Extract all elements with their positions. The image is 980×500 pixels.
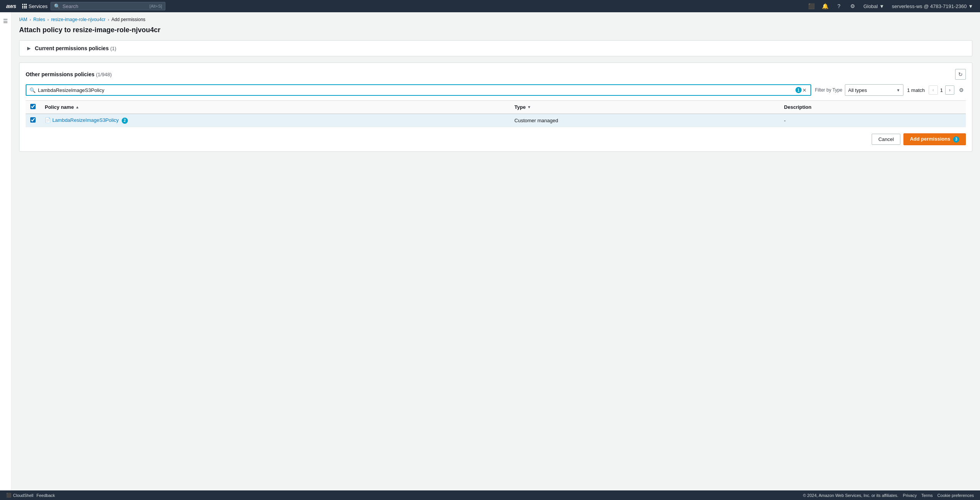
add-permissions-badge: 3 [953, 136, 959, 143]
other-permissions-header: Other permissions policies (1/948) ↻ [26, 69, 966, 80]
chevron-down-icon: ▼ [968, 3, 973, 9]
help-icon: ? [837, 3, 840, 9]
other-permissions-panel: Other permissions policies (1/948) ↻ 🔍 1… [19, 62, 972, 152]
app-layout: ☰ IAM › Roles › resize-image-role-njvou4… [0, 12, 980, 490]
footer-terms-link[interactable]: Terms [921, 493, 933, 498]
settings-btn[interactable]: ⚙ [846, 0, 859, 12]
region-selector[interactable]: Global ▼ [859, 0, 888, 12]
account-label: serverless-ws @ 4783-7191-2360 [892, 3, 967, 9]
select-all-checkbox[interactable] [30, 104, 36, 109]
search-clear-button[interactable]: ✕ [802, 87, 807, 94]
top-navigation: aws Services 🔍 [Alt+S] ⬛ 🔔 ? ⚙ Global ▼ [0, 0, 980, 12]
policy-name-link[interactable]: LambdaResizeImageS3Policy [52, 117, 119, 123]
settings-icon: ⚙ [850, 3, 855, 9]
pagination-prev-button[interactable]: ‹ [929, 85, 938, 95]
global-search-input[interactable] [62, 3, 139, 9]
page-title: Attach policy to resize-image-role-njvou… [19, 26, 972, 34]
grid-icon [22, 4, 27, 8]
table-body: 📄 LambdaResizeImageS3Policy 2 Customer m… [26, 114, 966, 127]
pagination-next-button[interactable]: › [945, 85, 954, 95]
breadcrumb-sep-3: › [108, 17, 109, 22]
th-policy-name-label: Policy name [45, 104, 74, 110]
td-type: Customer managed [510, 114, 779, 127]
footer-left: ⬛ CloudShell Feedback [6, 493, 55, 498]
cloudshell-footer-btn[interactable]: ⬛ CloudShell [6, 493, 33, 498]
other-permissions-count: (1/948) [96, 72, 112, 77]
help-btn[interactable]: ? [832, 0, 846, 12]
main-content: IAM › Roles › resize-image-role-njvou4cr… [11, 12, 980, 490]
th-policy-name-sort: Policy name ▲ [45, 104, 505, 110]
region-label: Global [863, 3, 878, 9]
feedback-link[interactable]: Feedback [36, 493, 55, 498]
breadcrumb-sep-2: › [47, 17, 49, 22]
services-menu[interactable]: Services [19, 0, 51, 12]
th-checkbox [26, 101, 40, 114]
th-type[interactable]: Type ▼ [510, 101, 779, 114]
footer-right: © 2024, Amazon Web Services, Inc. or its… [803, 493, 974, 498]
bell-icon: 🔔 [822, 3, 828, 9]
policy-search-wrapper: 🔍 1 ✕ [26, 84, 811, 96]
action-row: Cancel Add permissions 3 [26, 133, 966, 145]
search-icon: 🔍 [54, 3, 60, 9]
sort-asc-icon: ▲ [75, 105, 79, 109]
filter-by-type-label: Filter by Type [815, 87, 843, 93]
add-permissions-button[interactable]: Add permissions 3 [903, 133, 966, 145]
match-count: 1 match [907, 87, 925, 93]
policy-search-input[interactable] [38, 87, 794, 93]
row-checkbox[interactable] [30, 117, 36, 123]
cloudshell-icon-btn[interactable]: ⬛ [804, 0, 818, 12]
td-checkbox [26, 114, 40, 127]
filter-row: 🔍 1 ✕ Filter by Type All types AWS manag… [26, 84, 966, 96]
footer-cookie-link[interactable]: Cookie preferences [938, 493, 974, 498]
filter-by-type-group: Filter by Type All types AWS managed Cus… [815, 84, 903, 96]
policy-description-value: - [784, 118, 786, 123]
global-search-bar[interactable]: 🔍 [Alt+S] [51, 2, 165, 10]
current-permissions-header[interactable]: ▶ Current permissions policies (1) [20, 41, 972, 56]
add-permissions-label: Add permissions [910, 136, 950, 142]
row-step-badge: 2 [122, 118, 128, 124]
cloudshell-icon: ⬛ [808, 3, 815, 9]
pagination-settings-button[interactable]: ⚙ [957, 85, 966, 95]
refresh-button[interactable]: ↻ [955, 69, 966, 80]
aws-logo-text: aws [6, 3, 16, 9]
td-description: - [779, 114, 966, 127]
sidebar-toggle[interactable]: ☰ [0, 15, 11, 27]
breadcrumb-sep-1: › [29, 17, 31, 22]
cloudshell-icon: ⬛ [6, 493, 11, 498]
th-policy-name[interactable]: Policy name ▲ [40, 101, 510, 114]
filter-select-wrapper: All types AWS managed Customer managed J… [845, 84, 903, 96]
table-header-row: Policy name ▲ Type ▼ Description [26, 101, 966, 114]
search-step-badge: 1 [795, 87, 802, 93]
other-permissions-title-group: Other permissions policies (1/948) [26, 71, 112, 77]
policy-type-value: Customer managed [514, 118, 558, 123]
left-sidebar: ☰ [0, 12, 11, 490]
filter-type-select[interactable]: All types AWS managed Customer managed J… [845, 84, 903, 96]
breadcrumb-roles[interactable]: Roles [33, 17, 45, 22]
services-label: Services [28, 3, 47, 9]
search-shortcut: [Alt+S] [150, 4, 162, 8]
policy-table: Policy name ▲ Type ▼ Description [26, 100, 966, 127]
account-menu[interactable]: serverless-ws @ 4783-7191-2360 ▼ [888, 0, 977, 12]
breadcrumb-role-name[interactable]: resize-image-role-njvou4cr [51, 17, 105, 22]
current-permissions-count: (1) [110, 46, 116, 51]
current-permissions-title: Current permissions policies [35, 45, 109, 51]
table-header: Policy name ▲ Type ▼ Description [26, 101, 966, 114]
breadcrumb: IAM › Roles › resize-image-role-njvou4cr… [19, 17, 972, 22]
other-permissions-title: Other permissions policies (1/948) [26, 71, 112, 77]
breadcrumb-iam[interactable]: IAM [19, 17, 27, 22]
current-permissions-panel: ▶ Current permissions policies (1) [19, 40, 972, 56]
footer-privacy-link[interactable]: Privacy [903, 493, 917, 498]
th-type-label: Type [514, 104, 526, 110]
pagination-current-page: 1 [940, 87, 943, 93]
notifications-btn[interactable]: 🔔 [818, 0, 832, 12]
aws-logo[interactable]: aws [3, 0, 19, 12]
chevron-down-icon: ▼ [879, 3, 884, 9]
policy-doc-icon: 📄 [45, 117, 51, 123]
th-description: Description [779, 101, 966, 114]
refresh-icon: ↻ [958, 71, 963, 77]
cancel-button[interactable]: Cancel [872, 134, 900, 145]
th-type-sort: Type ▼ [514, 104, 775, 110]
chevron-right-icon: ▶ [26, 45, 32, 51]
td-policy-name: 📄 LambdaResizeImageS3Policy 2 [40, 114, 510, 127]
footer-copyright: © 2024, Amazon Web Services, Inc. or its… [803, 493, 898, 498]
